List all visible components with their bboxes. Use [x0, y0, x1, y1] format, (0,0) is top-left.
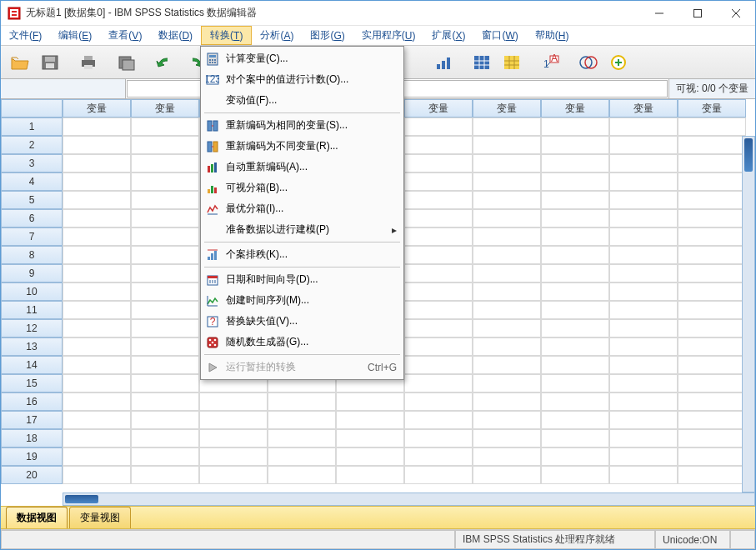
cell[interactable] — [541, 136, 609, 154]
cell[interactable] — [609, 191, 678, 209]
cell[interactable] — [63, 282, 131, 301]
cell[interactable] — [199, 429, 268, 448]
cell[interactable] — [268, 448, 336, 466]
row-header[interactable]: 4 — [1, 172, 63, 191]
cell[interactable] — [404, 191, 473, 209]
cell[interactable] — [609, 228, 678, 246]
menu-item[interactable]: 个案排秩(K)... — [201, 244, 403, 265]
menu-item[interactable]: 重新编码为不同变量(R)... — [201, 136, 403, 157]
menu-item[interactable]: 123对个案中的值进行计数(O)... — [201, 69, 403, 90]
row-header[interactable]: 10 — [1, 282, 63, 301]
cell[interactable] — [404, 172, 473, 191]
cell[interactable] — [199, 466, 268, 484]
menu-item[interactable]: 重新编码为相同的变量(S)... — [201, 115, 403, 136]
column-header[interactable]: 变量 — [541, 99, 609, 118]
menu-x[interactable]: 扩展(X) — [423, 26, 473, 45]
cell[interactable] — [336, 466, 404, 484]
horizontal-scrollbar[interactable] — [63, 492, 755, 506]
cell[interactable] — [63, 136, 131, 154]
cell[interactable] — [63, 319, 131, 338]
menu-t[interactable]: 转换(T) — [201, 26, 252, 45]
cell[interactable] — [609, 246, 678, 264]
cell[interactable] — [678, 429, 746, 448]
cell[interactable] — [541, 338, 609, 356]
save-button[interactable] — [36, 49, 64, 76]
cell[interactable] — [404, 209, 473, 228]
cell[interactable] — [131, 429, 199, 448]
cell[interactable] — [63, 392, 131, 411]
cell[interactable] — [131, 466, 199, 484]
cell[interactable] — [609, 356, 678, 374]
cell[interactable] — [541, 319, 609, 338]
row-header[interactable]: 12 — [1, 319, 63, 338]
menu-g[interactable]: 图形(G) — [302, 26, 353, 45]
cell[interactable] — [404, 228, 473, 246]
cell[interactable] — [131, 448, 199, 466]
row-header[interactable]: 2 — [1, 136, 63, 154]
cell[interactable] — [541, 429, 609, 448]
cell[interactable] — [131, 392, 199, 411]
cell[interactable] — [131, 209, 199, 228]
row-header[interactable]: 6 — [1, 209, 63, 228]
cell[interactable] — [678, 411, 746, 429]
cell[interactable] — [131, 356, 199, 374]
cell[interactable] — [541, 411, 609, 429]
cell[interactable] — [609, 466, 678, 484]
cell[interactable] — [609, 392, 678, 411]
cell[interactable] — [63, 172, 131, 191]
menu-item[interactable]: 日期和时间向导(D)... — [201, 269, 403, 290]
cell[interactable] — [609, 374, 678, 392]
cell[interactable] — [678, 374, 746, 392]
cell[interactable] — [473, 429, 541, 448]
menu-v[interactable]: 查看(V) — [100, 26, 150, 45]
grid-blue-button[interactable] — [468, 49, 496, 76]
cell[interactable] — [541, 246, 609, 264]
cell[interactable] — [63, 301, 131, 319]
column-header[interactable]: 变量 — [63, 99, 131, 118]
cell[interactable] — [268, 411, 336, 429]
cell[interactable] — [541, 154, 609, 172]
cell[interactable] — [63, 466, 131, 484]
cell[interactable] — [404, 466, 473, 484]
row-header[interactable]: 9 — [1, 264, 63, 282]
cell[interactable] — [63, 118, 131, 136]
menu-a[interactable]: 分析(A) — [252, 26, 302, 45]
horizontal-scroll-thumb[interactable] — [65, 495, 98, 503]
cell[interactable] — [63, 411, 131, 429]
cell[interactable] — [404, 411, 473, 429]
cell[interactable] — [131, 374, 199, 392]
cell[interactable] — [678, 246, 746, 264]
cell[interactable] — [131, 338, 199, 356]
recall-dialog-button[interactable] — [113, 49, 141, 76]
menu-item[interactable]: ?替换缺失值(V)... — [201, 311, 403, 332]
cell[interactable] — [609, 154, 678, 172]
minimize-button[interactable] — [640, 1, 678, 26]
cell[interactable] — [473, 301, 541, 319]
undo-button[interactable] — [151, 49, 179, 76]
cell[interactable] — [541, 228, 609, 246]
row-header[interactable]: 19 — [1, 448, 63, 466]
cell[interactable] — [404, 282, 473, 301]
cell[interactable] — [199, 411, 268, 429]
tab-variable-view[interactable]: 变量视图 — [69, 507, 131, 528]
cell[interactable] — [678, 319, 746, 338]
row-header[interactable]: 7 — [1, 228, 63, 246]
cell[interactable] — [63, 264, 131, 282]
row-header[interactable]: 15 — [1, 374, 63, 392]
cell[interactable] — [609, 319, 678, 338]
cell[interactable] — [404, 338, 473, 356]
cell[interactable] — [63, 374, 131, 392]
cell[interactable] — [678, 282, 746, 301]
cell[interactable] — [131, 246, 199, 264]
menu-item[interactable]: 变动值(F)... — [201, 90, 403, 111]
cell[interactable] — [131, 172, 199, 191]
cell[interactable] — [63, 191, 131, 209]
cell[interactable] — [609, 411, 678, 429]
cell[interactable] — [473, 466, 541, 484]
menu-item[interactable]: 随机数生成器(G)... — [201, 332, 403, 352]
cell[interactable] — [404, 429, 473, 448]
cell[interactable] — [63, 448, 131, 466]
column-header[interactable]: 变量 — [404, 99, 473, 118]
cell[interactable] — [473, 228, 541, 246]
cell[interactable] — [678, 191, 746, 209]
